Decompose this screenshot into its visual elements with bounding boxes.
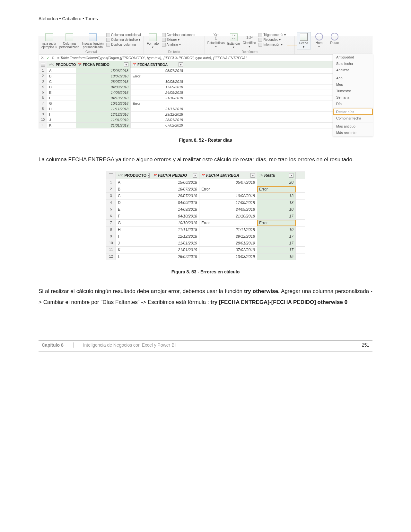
filter-dropdown-icon[interactable]: ▾ <box>124 62 128 67</box>
col-header-producto[interactable]: AᴮCPRODUCTO▾ <box>116 172 151 179</box>
fx-icon[interactable]: fₓ <box>52 56 55 60</box>
label: Columna condicional <box>111 33 141 37</box>
table-row[interactable]: 10J11/01/201928/01/201917 <box>106 240 305 247</box>
cell-fecha-pedido: 28/07/2018 <box>76 79 131 84</box>
table-row[interactable]: 11K21/01/201907/02/201917 <box>106 247 305 253</box>
type-date-icon: 📅 <box>133 63 136 66</box>
btn-custom-column[interactable]: Columna personalizada <box>59 33 80 49</box>
col-header-resta[interactable]: 1²₃Resta▾ <box>257 172 296 179</box>
mi-semana[interactable]: Semana <box>333 94 373 101</box>
btn-cientifico[interactable]: 10² Científico ▾ <box>242 33 257 49</box>
table-row[interactable]: 3C28/07/201810/08/201813 <box>106 193 305 200</box>
cell-producto: H <box>47 106 76 111</box>
table-row[interactable]: 1A15/06/201805/07/2018 <box>39 68 372 74</box>
table-row[interactable]: 5E14/09/201824/09/2018 <box>39 90 372 95</box>
label: Combinar columnas <box>167 33 195 37</box>
mi-combinar-fecha[interactable]: Combinar fecha <box>333 115 373 121</box>
btn-formato[interactable]: Formato ▾ <box>146 33 160 49</box>
table-row[interactable]: 4D04/09/201817/09/201813 <box>106 200 305 206</box>
col-header-fecha-entrega[interactable]: 📅FECHA ENTREGA▾ <box>131 61 185 68</box>
btn-informacion[interactable]: Información ▾ <box>258 42 286 47</box>
btn-index-column[interactable]: Columna de índice ▾ <box>106 38 142 42</box>
mi-analizar[interactable]: Analizar <box>333 67 373 73</box>
accept-formula-icon[interactable]: ✓ <box>47 56 49 60</box>
label: Información ▾ <box>263 42 283 47</box>
table-row[interactable]: 5E14/09/201824/09/201810 <box>106 206 305 213</box>
formula-bar: ✕ ✓ fₓ <box>39 55 372 61</box>
btn-estadisticas[interactable]: Χσ Σ Estadísticas ▾ <box>207 33 225 49</box>
cell-fecha-pedido: 15/06/2018 <box>76 68 131 73</box>
mi-dia[interactable]: Día <box>333 101 373 107</box>
mi-mas-reciente[interactable]: Más reciente <box>333 129 373 136</box>
mi-restar-dias[interactable]: Restar días <box>333 109 373 115</box>
col-header-fecha-pedido[interactable]: 📅FECHA PEDIDO▾ <box>151 172 199 179</box>
btn-hora[interactable]: Hora ▾ <box>312 32 326 49</box>
mi-mes[interactable]: Mes <box>333 81 373 88</box>
btn-extraer[interactable]: Extraer ▾ <box>161 38 196 42</box>
cell-producto: K <box>47 123 76 128</box>
mi-trimestre[interactable]: Trimestre <box>333 88 373 94</box>
cell-resta: 17 <box>257 233 296 240</box>
table-row[interactable]: 6F04/10/201821/10/2018 <box>39 95 372 101</box>
table-row[interactable]: 4D04/09/201817/09/2018 <box>39 84 372 90</box>
table-row[interactable]: 12L26/02/201913/03/201915 <box>106 253 305 260</box>
btn-fecha[interactable]: Fecha ▾ <box>297 32 311 49</box>
table-select-icon[interactable] <box>41 63 45 66</box>
table-row[interactable]: 8H11/11/201821/11/201810 <box>106 226 305 233</box>
cell-fecha-pedido: 11/11/2018 <box>151 226 199 233</box>
btn-trigonometria[interactable]: Trigonometría ▾ <box>258 33 286 37</box>
table-row[interactable]: 11K21/01/201907/02/2019 <box>39 123 372 128</box>
mi-solofecha[interactable]: Solo fecha <box>333 60 373 67</box>
formula-input[interactable] <box>57 56 370 60</box>
mi-ano[interactable]: Año <box>333 75 373 81</box>
row-index: 9 <box>106 233 116 240</box>
table-row[interactable]: 2B18/07/2018ErrorError <box>106 186 305 193</box>
page-header-authors: Atehortúa • Caballero • Torres <box>39 16 372 21</box>
cell-producto: G <box>47 101 76 106</box>
cell-fecha-entrega: 24/09/2018 <box>199 206 257 213</box>
mi-antiguedad[interactable]: Antigüedad <box>333 54 373 60</box>
btn-redondeo[interactable]: Redondeo ▾ <box>258 38 286 42</box>
cancel-formula-icon[interactable]: ✕ <box>41 56 44 60</box>
filter-dropdown-icon[interactable]: ▾ <box>250 173 255 178</box>
btn-combinar-columnas[interactable]: Combinar columnas <box>161 33 196 37</box>
table-row[interactable]: 3C28/07/201810/08/2018 <box>39 79 372 84</box>
table-select-icon[interactable] <box>109 173 113 177</box>
calendar-icon <box>300 33 308 41</box>
btn-estandar[interactable]: +−×÷ Estándar ▾ <box>227 33 241 49</box>
cell-fecha-entrega: 17/09/2018 <box>199 200 257 206</box>
filter-dropdown-icon[interactable]: ▾ <box>179 62 183 67</box>
cell-producto: C <box>116 193 151 199</box>
table-row[interactable]: 6F04/10/201821/10/201817 <box>106 213 305 220</box>
table-row[interactable]: 10J11/01/201928/01/2019 <box>39 117 372 123</box>
btn-conditional-column[interactable]: Columna condicional <box>106 33 142 37</box>
btn-analizar[interactable]: Analizar ▾ <box>161 42 196 47</box>
table-row[interactable]: 9I12/12/201829/12/201817 <box>106 233 305 240</box>
mi-mas-antiguo[interactable]: Más antiguo <box>333 123 373 129</box>
btn-invoke-function[interactable]: Invocar función personalizada <box>81 33 104 49</box>
btn-column-from-examples[interactable]: na a partir ejemplos ▾ <box>41 33 57 49</box>
cell-producto: J <box>47 117 76 122</box>
cell-resta: 17 <box>257 213 296 219</box>
table-row[interactable]: 8H11/11/201821/11/2018 <box>39 106 372 112</box>
cell-producto: B <box>116 186 151 192</box>
col-header-fecha-pedido[interactable]: 📅FECHA PEDIDO▾ <box>76 61 131 68</box>
col-header-fecha-entrega[interactable]: 📅FECHA ENTREGA▾ <box>199 172 257 179</box>
filter-dropdown-icon[interactable]: ▾ <box>193 173 197 178</box>
ribbon: na a partir ejemplos ▾ Columna personali… <box>39 36 372 55</box>
table-row[interactable]: 7G10/10/2018ErrorError <box>106 220 305 226</box>
cell-fecha-pedido: 18/07/2018 <box>76 74 131 79</box>
filter-dropdown-icon[interactable]: ▾ <box>148 173 150 178</box>
table-row[interactable]: 7G10/10/2018Error <box>39 101 372 106</box>
filter-dropdown-icon[interactable]: ▾ <box>289 173 293 178</box>
col-header-producto[interactable]: AᴮCPRODUCTO▾ <box>47 61 76 68</box>
row-index: 10 <box>106 240 116 246</box>
table-row[interactable]: 9I12/12/201829/12/2018 <box>39 112 372 117</box>
table-row[interactable]: 1A15/06/201805/07/201820 <box>106 179 305 186</box>
label: FECHA ENTREGA <box>137 63 168 66</box>
btn-duplicate-column[interactable]: Duplicar columna <box>106 42 142 47</box>
table-row[interactable]: 2B18/07/2018Error <box>39 74 372 79</box>
cell-fecha-pedido: 11/01/2019 <box>151 240 199 246</box>
btn-duracion[interactable]: Durac <box>328 32 342 45</box>
table1-body: 1A15/06/201805/07/20182B18/07/2018Error3… <box>39 68 372 128</box>
